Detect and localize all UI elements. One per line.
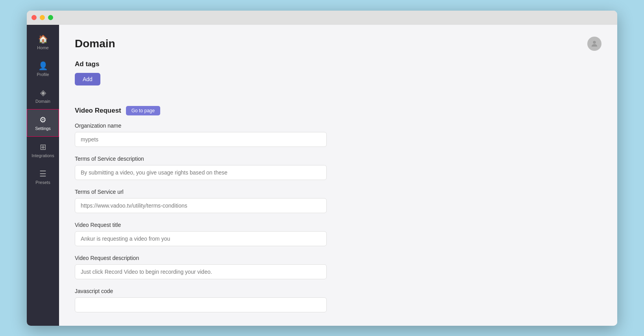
- sidebar-item-settings[interactable]: ⚙ Settings: [27, 109, 59, 137]
- app-window: 🏠 Home 👤 Profile ◈ Domain ⚙ Settings ⊞ I…: [27, 11, 617, 326]
- form-group-javascript-code: Javascript code: [75, 288, 601, 312]
- maximize-button[interactable]: [48, 15, 53, 20]
- sidebar: 🏠 Home 👤 Profile ◈ Domain ⚙ Settings ⊞ I…: [27, 25, 59, 326]
- vr-title-input[interactable]: [75, 231, 327, 246]
- sidebar-item-home[interactable]: 🏠 Home: [27, 29, 59, 56]
- sidebar-label-integrations: Integrations: [31, 153, 54, 158]
- sidebar-item-domain[interactable]: ◈ Domain: [27, 82, 59, 109]
- titlebar: [27, 11, 617, 25]
- ad-tags-title: Ad tags: [75, 60, 601, 68]
- page-title: Domain: [75, 37, 115, 50]
- add-button[interactable]: Add: [75, 73, 100, 85]
- domain-icon: ◈: [40, 88, 46, 97]
- sidebar-label-settings: Settings: [35, 126, 51, 131]
- ad-tags-section: Ad tags Add: [75, 60, 601, 97]
- tos-url-label: Terms of Service url: [75, 189, 601, 195]
- org-name-input[interactable]: [75, 132, 327, 147]
- sidebar-item-presets[interactable]: ☰ Presets: [27, 163, 59, 190]
- javascript-code-label: Javascript code: [75, 288, 601, 294]
- sidebar-item-integrations[interactable]: ⊞ Integrations: [27, 137, 59, 163]
- sidebar-label-home: Home: [37, 45, 48, 50]
- tos-url-input[interactable]: [75, 198, 327, 213]
- video-request-section: Video Request Go to page Organization na…: [75, 106, 601, 312]
- home-icon: 🏠: [38, 34, 48, 44]
- sidebar-label-presets: Presets: [35, 180, 50, 185]
- settings-icon: ⚙: [39, 115, 46, 124]
- profile-icon: 👤: [38, 61, 48, 71]
- sidebar-item-profile[interactable]: 👤 Profile: [27, 56, 59, 82]
- sidebar-label-profile: Profile: [37, 72, 49, 77]
- javascript-code-input[interactable]: [75, 297, 327, 312]
- tos-description-input[interactable]: [75, 165, 327, 180]
- svg-point-0: [593, 41, 596, 43]
- minimize-button[interactable]: [40, 15, 45, 20]
- form-group-tos-url: Terms of Service url: [75, 189, 601, 213]
- integrations-icon: ⊞: [40, 142, 46, 152]
- vr-description-input[interactable]: [75, 264, 327, 279]
- close-button[interactable]: [31, 15, 37, 20]
- video-request-header: Video Request Go to page: [75, 106, 601, 115]
- vr-description-label: Video Request description: [75, 255, 601, 261]
- form-group-org-name: Organization name: [75, 123, 601, 147]
- main-header: Domain: [75, 37, 601, 51]
- go-to-page-button[interactable]: Go to page: [126, 106, 160, 115]
- form-group-vr-title: Video Request title: [75, 222, 601, 246]
- video-request-title: Video Request: [75, 107, 121, 115]
- form-group-tos-description: Terms of Service description: [75, 156, 601, 180]
- org-name-label: Organization name: [75, 123, 601, 129]
- main-content: Domain Ad tags Add Video Request Go to p…: [59, 25, 617, 326]
- sidebar-label-domain: Domain: [35, 99, 50, 104]
- form-group-vr-description: Video Request description: [75, 255, 601, 279]
- vr-title-label: Video Request title: [75, 222, 601, 228]
- app-body: 🏠 Home 👤 Profile ◈ Domain ⚙ Settings ⊞ I…: [27, 25, 617, 326]
- user-avatar[interactable]: [587, 37, 601, 51]
- tos-description-label: Terms of Service description: [75, 156, 601, 162]
- presets-icon: ☰: [39, 169, 46, 178]
